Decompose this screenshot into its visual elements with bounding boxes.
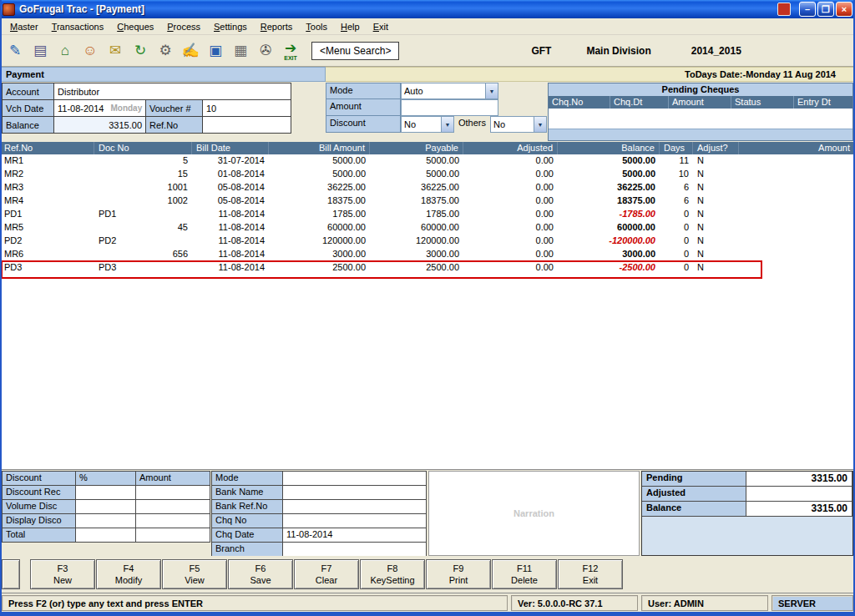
amount-input[interactable] xyxy=(401,99,498,116)
fn-delete-button[interactable]: F11Delete xyxy=(492,559,557,589)
status-bar: Press F2 (or) type any text and press EN… xyxy=(0,593,855,612)
bill-cell: 11-08-2014 xyxy=(192,261,269,275)
menu-item-help[interactable]: Help xyxy=(334,20,367,33)
fn-mini-button[interactable] xyxy=(2,559,20,589)
cash-icon[interactable]: ✉ xyxy=(104,38,126,63)
pending-col-chq-no[interactable]: Chq.No xyxy=(549,96,610,109)
card-icon[interactable]: ▣ xyxy=(205,38,226,63)
bill-row-mr3[interactable]: MR3100105-08-201436225.0036225.000.00362… xyxy=(0,181,855,194)
menu-item-process[interactable]: Process xyxy=(160,20,207,33)
fn-print-button[interactable]: F9Print xyxy=(426,559,491,589)
menu-item-reports[interactable]: Reports xyxy=(254,20,300,33)
bill-row-mr5[interactable]: MR54511-08-201460000.0060000.000.0060000… xyxy=(0,221,855,235)
volume-disc-pct-field[interactable] xyxy=(76,500,136,514)
fn-new-button[interactable]: F3New xyxy=(30,559,95,589)
refresh-icon[interactable]: ↻ xyxy=(129,38,151,63)
pending-col-entry-dt[interactable]: Entry Dt xyxy=(794,96,852,109)
bill-row-pd2[interactable]: PD2PD211-08-2014120000.00120000.000.00-1… xyxy=(0,235,855,248)
voucher-number-field[interactable]: 10 xyxy=(203,100,291,117)
accounts-icon[interactable]: ☺ xyxy=(79,38,101,63)
bill-row-mr1[interactable]: MR1531-07-20145000.005000.000.005000.001… xyxy=(0,154,855,168)
bill-row-mr2[interactable]: MR21501-08-20145000.005000.000.005000.00… xyxy=(0,168,855,181)
menu-item-settings[interactable]: Settings xyxy=(207,20,254,33)
bill-cell: 11 xyxy=(660,154,693,168)
bill-row-pd1[interactable]: PD1PD111-08-20141785.001785.000.00-1785.… xyxy=(0,208,855,221)
grid-icon[interactable]: ▦ xyxy=(230,38,251,63)
voucher-details-block: Account Distributor Vch Date 11-08-2014 … xyxy=(2,83,291,134)
menu-item-tools[interactable]: Tools xyxy=(299,20,334,33)
bills-col-bill-amount[interactable]: Bill Amount xyxy=(269,142,370,154)
discount-rec-pct-field[interactable] xyxy=(76,486,136,500)
bills-col-payable[interactable]: Payable xyxy=(370,142,463,154)
vch-date-field[interactable]: 11-08-2014 Monday xyxy=(54,100,146,117)
pending-col-chq-dt[interactable]: Chq.Dt xyxy=(610,96,669,109)
others-select[interactable]: No ▼ xyxy=(490,116,547,133)
bill-cell: MR5 xyxy=(0,221,94,235)
mode-select[interactable]: Auto ▼ xyxy=(401,83,498,99)
bill-cell: 05-08-2014 xyxy=(192,181,269,194)
menu-item-exit[interactable]: Exit xyxy=(367,20,395,33)
chq-no-label: Chq No xyxy=(212,514,283,528)
discount-rec-amount-field[interactable] xyxy=(136,486,210,500)
bill-row-mr6[interactable]: MR665611-08-20143000.003000.000.003000.0… xyxy=(0,248,855,261)
bills-col-ref-no[interactable]: Ref.No xyxy=(0,142,94,154)
chevron-down-icon[interactable]: ▼ xyxy=(441,117,453,132)
fn-exit-button[interactable]: F12Exit xyxy=(558,559,623,589)
discount-select[interactable]: No ▼ xyxy=(401,116,454,133)
bills-col-bill-date[interactable]: Bill Date xyxy=(192,142,269,154)
total-pct-field[interactable] xyxy=(76,528,136,543)
bill-cell: 15 xyxy=(94,168,192,181)
bank-name-field[interactable] xyxy=(283,486,427,500)
maximize-button[interactable]: ❐ xyxy=(817,2,834,17)
bills-col-amount[interactable]: Amount xyxy=(739,142,855,154)
bill-row-mr4[interactable]: MR4100205-08-201418375.0018375.000.00183… xyxy=(0,194,855,208)
fn-save-button[interactable]: F6Save xyxy=(228,559,293,589)
fn-view-button[interactable]: F5View xyxy=(162,559,227,589)
new-voucher-icon[interactable]: ✎ xyxy=(4,38,26,63)
bill-row-pd3[interactable]: PD3PD311-08-20142500.002500.000.00-2500.… xyxy=(0,261,855,275)
financial-year-label: 2014_2015 xyxy=(691,45,741,57)
save-icon[interactable]: ▤ xyxy=(29,38,51,63)
chq-no-field[interactable] xyxy=(283,514,427,528)
exit-icon[interactable]: ➔EXIT xyxy=(280,38,301,63)
settings-icon[interactable]: ⚙ xyxy=(154,38,176,63)
company-icon[interactable]: ⌂ xyxy=(54,38,76,63)
total-amount-field[interactable] xyxy=(136,528,210,543)
bill-cell: PD1 xyxy=(0,208,94,221)
display-disco-amount-field[interactable] xyxy=(136,514,210,528)
volume-disc-amount-field[interactable] xyxy=(136,500,210,514)
menu-item-transactions[interactable]: Transactions xyxy=(45,20,111,33)
chq-date-label: Chq Date xyxy=(212,528,283,543)
bills-col-adjusted[interactable]: Adjusted xyxy=(463,142,558,154)
bill-cell: N xyxy=(693,261,739,275)
display-disco-pct-field[interactable] xyxy=(76,514,136,528)
refno-field[interactable] xyxy=(203,117,291,134)
pending-col-amount[interactable]: Amount xyxy=(669,96,731,109)
chevron-down-icon[interactable]: ▼ xyxy=(485,83,498,98)
bills-col-balance[interactable]: Balance xyxy=(558,142,660,154)
minimize-button[interactable]: – xyxy=(799,2,816,17)
close-button[interactable]: × xyxy=(836,2,852,17)
menu-search-button[interactable]: <Menu Search> xyxy=(311,42,399,60)
pending-col-status[interactable]: Status xyxy=(731,96,794,109)
fn-clear-button[interactable]: F7Clear xyxy=(294,559,359,589)
menu-item-master[interactable]: Master xyxy=(3,20,45,33)
menu-item-cheques[interactable]: Cheques xyxy=(110,20,160,33)
fn-keysetting-button[interactable]: F8KeySetting xyxy=(360,559,425,589)
bills-col-days[interactable]: Days xyxy=(660,142,693,154)
mode-label: Mode xyxy=(212,472,283,486)
bank-refno-field[interactable] xyxy=(283,500,427,514)
print-icon[interactable]: ✇ xyxy=(255,38,276,63)
bill-cell: 0.00 xyxy=(463,235,558,248)
mode-field[interactable] xyxy=(283,472,427,486)
chevron-down-icon[interactable]: ▼ xyxy=(534,117,546,132)
account-field[interactable]: Distributor xyxy=(54,83,291,100)
branch-field[interactable] xyxy=(283,543,427,557)
chq-date-field[interactable]: 11-08-2014 xyxy=(283,528,427,543)
fn-modify-button[interactable]: F4Modify xyxy=(96,559,161,589)
narration-input[interactable]: Narration xyxy=(428,471,640,556)
edit-icon[interactable]: ✍ xyxy=(180,38,201,63)
bills-col-doc-no[interactable]: Doc No xyxy=(94,142,192,154)
discount-value: No xyxy=(404,119,416,129)
bills-col-adjust[interactable]: Adjust? xyxy=(693,142,739,154)
